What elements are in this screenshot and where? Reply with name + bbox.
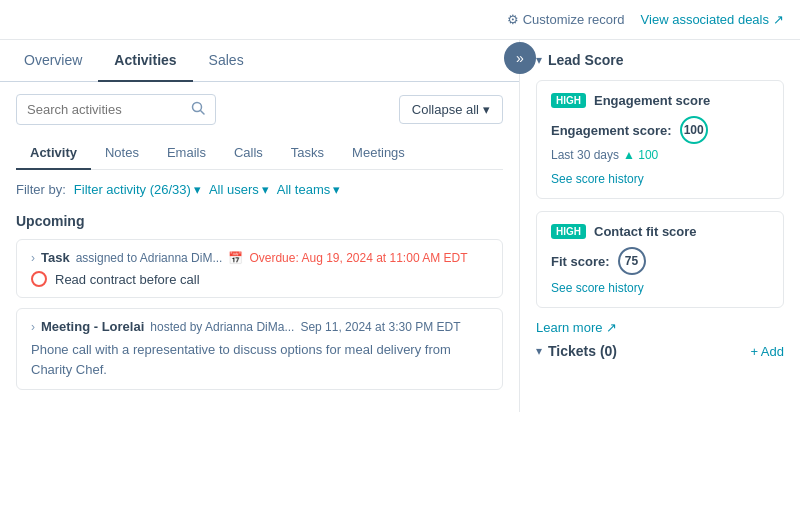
filter-chevron-icon: ▾ [194, 182, 201, 197]
engagement-score-row: Engagement score: 100 [551, 116, 769, 144]
fit-card-title: Contact fit score [594, 224, 697, 239]
learn-more-external-icon: ↗ [606, 320, 617, 335]
tab-overview[interactable]: Overview [8, 40, 98, 82]
filter-by-label: Filter by: [16, 182, 66, 197]
fit-score-value: 75 [618, 247, 646, 275]
meeting-card-header: › Meeting - Lorelai hosted by Adrianna D… [31, 319, 488, 334]
fit-history-link[interactable]: See score history [551, 281, 644, 295]
engagement-card-header: HIGH Engagement score [551, 93, 769, 108]
task-activity-card: › Task assigned to Adrianna DiM... 📅 Ove… [16, 239, 503, 298]
meeting-date: Sep 11, 2024 at 3:30 PM EDT [300, 320, 460, 334]
users-chevron-icon: ▾ [262, 182, 269, 197]
calendar-icon: 📅 [228, 251, 243, 265]
collapse-label: Collapse all [412, 102, 479, 117]
expand-panel-button[interactable]: » [504, 42, 536, 74]
search-collapse-row: Collapse all ▾ [16, 94, 503, 125]
tickets-chevron-icon: ▾ [536, 344, 542, 358]
chevron-down-icon: ▾ [483, 102, 490, 117]
all-users-filter[interactable]: All users ▾ [209, 182, 269, 197]
main-layout: Overview Activities Sales [0, 40, 800, 412]
fit-high-badge: HIGH [551, 224, 586, 239]
task-circle-icon[interactable] [31, 271, 47, 287]
filter-row: Filter by: Filter activity (26/33) ▾ All… [16, 182, 503, 197]
task-expand-icon[interactable]: › [31, 251, 35, 265]
sub-tab-emails[interactable]: Emails [153, 137, 220, 170]
expand-icon: » [516, 50, 524, 66]
view-associated-deals-link[interactable]: View associated deals ↗ [641, 12, 784, 27]
task-assignee: assigned to Adrianna DiM... [76, 251, 223, 265]
fit-card-header: HIGH Contact fit score [551, 224, 769, 239]
customize-label: Customize record [523, 12, 625, 27]
tickets-collapse-btn[interactable]: ▾ Tickets (0) [536, 343, 617, 359]
sub-tab-notes[interactable]: Notes [91, 137, 153, 170]
sub-tab-calls[interactable]: Calls [220, 137, 277, 170]
contact-fit-score-card: HIGH Contact fit score Fit score: 75 See… [536, 211, 784, 308]
external-link-icon: ↗ [773, 12, 784, 27]
search-input[interactable] [27, 102, 185, 117]
lead-score-section-header[interactable]: ▾ Lead Score [536, 52, 784, 68]
engagement-score-label: Engagement score: [551, 123, 672, 138]
engagement-high-badge: HIGH [551, 93, 586, 108]
trend-up-icon: ▲ 100 [623, 148, 658, 162]
add-ticket-button[interactable]: + Add [750, 344, 784, 359]
search-icon [191, 101, 205, 118]
sub-tab-activity[interactable]: Activity [16, 137, 91, 170]
right-panel: ▾ Lead Score HIGH Engagement score Engag… [520, 40, 800, 412]
engagement-score-card: HIGH Engagement score Engagement score: … [536, 80, 784, 199]
gear-icon: ⚙ [507, 12, 519, 27]
all-teams-filter[interactable]: All teams ▾ [277, 182, 340, 197]
lead-score-chevron-icon: ▾ [536, 53, 542, 67]
main-tabs: Overview Activities Sales [0, 40, 519, 82]
top-bar: ⚙ Customize record View associated deals… [0, 0, 800, 40]
tickets-title: Tickets (0) [548, 343, 617, 359]
task-row: Read contract before call [31, 271, 488, 287]
filter-activity-button[interactable]: Filter activity (26/33) ▾ [74, 182, 201, 197]
overdue-badge: Overdue: Aug 19, 2024 at 11:00 AM EDT [249, 251, 467, 265]
task-type-label: Task [41, 250, 70, 265]
fit-score-label: Fit score: [551, 254, 610, 269]
meeting-host: hosted by Adrianna DiMa... [150, 320, 294, 334]
left-panel: Overview Activities Sales [0, 40, 520, 412]
learn-more-link[interactable]: Learn more ↗ [536, 320, 784, 335]
meeting-type-label: Meeting - Lorelai [41, 319, 144, 334]
collapse-all-button[interactable]: Collapse all ▾ [399, 95, 503, 124]
upcoming-title: Upcoming [16, 213, 503, 229]
fit-score-row: Fit score: 75 [551, 247, 769, 275]
engagement-history-link[interactable]: See score history [551, 172, 644, 186]
tickets-section-header: ▾ Tickets (0) + Add [536, 343, 784, 359]
tab-sales[interactable]: Sales [193, 40, 260, 82]
customize-record-btn[interactable]: ⚙ Customize record [507, 12, 625, 27]
tab-activities[interactable]: Activities [98, 40, 192, 82]
meeting-description: Phone call with a representative to disc… [31, 340, 488, 379]
engagement-card-title: Engagement score [594, 93, 710, 108]
sub-tab-meetings[interactable]: Meetings [338, 137, 419, 170]
teams-chevron-icon: ▾ [333, 182, 340, 197]
sub-tabs: Activity Notes Emails Calls Tasks [16, 137, 503, 170]
engagement-sub-text: Last 30 days ▲ 100 [551, 148, 769, 162]
view-deals-label: View associated deals [641, 12, 769, 27]
search-box[interactable] [16, 94, 216, 125]
engagement-score-value: 100 [680, 116, 708, 144]
task-text: Read contract before call [55, 272, 200, 287]
lead-score-title: Lead Score [548, 52, 623, 68]
sub-tab-tasks[interactable]: Tasks [277, 137, 338, 170]
task-card-header: › Task assigned to Adrianna DiM... 📅 Ove… [31, 250, 488, 265]
activities-content: Collapse all ▾ Activity Notes Emails [0, 82, 519, 412]
svg-line-1 [201, 111, 205, 115]
meeting-expand-icon[interactable]: › [31, 320, 35, 334]
meeting-activity-card: › Meeting - Lorelai hosted by Adrianna D… [16, 308, 503, 390]
